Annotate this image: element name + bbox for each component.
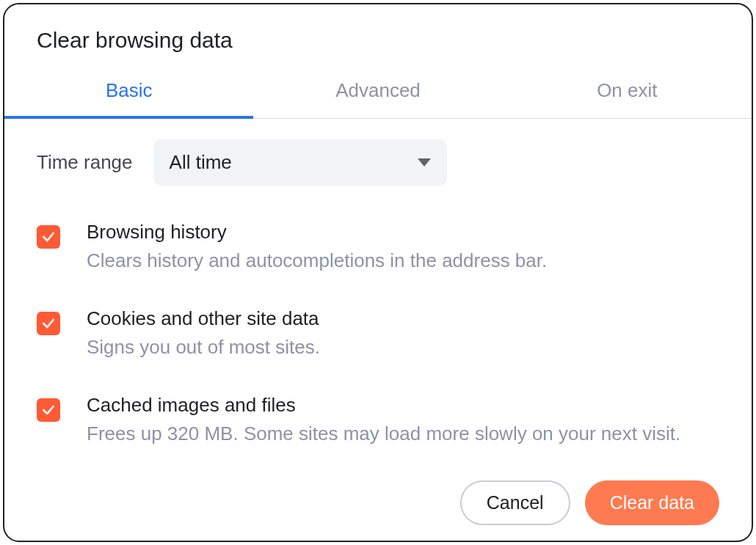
option-cache-text: Cached images and files Frees up 320 MB.… [87,394,680,447]
time-range-label: Time range [37,151,133,174]
dialog-header: Clear browsing data [4,4,752,62]
tab-on-exit[interactable]: On exit [503,79,752,118]
tab-basic-label: Basic [106,79,153,101]
check-icon [41,403,56,417]
option-browsing-history-text: Browsing history Clears history and auto… [87,221,547,274]
option-title: Cookies and other site data [87,307,320,330]
checkbox-cache[interactable] [37,398,60,422]
check-icon [41,230,56,244]
option-cookies-text: Cookies and other site data Signs you ou… [87,307,320,360]
tab-on-exit-label: On exit [597,79,657,101]
dialog-title: Clear browsing data [37,28,719,53]
option-title: Cached images and files [87,394,680,417]
clear-data-button[interactable]: Clear data [585,480,719,525]
option-title: Browsing history [87,221,547,244]
checkbox-cookies[interactable] [37,312,60,335]
check-icon [41,316,56,331]
tabs: Basic Advanced On exit [4,79,752,119]
dialog-footer: Cancel Clear data [4,480,752,542]
chevron-down-icon [418,158,431,167]
time-range-row: Time range All time [37,139,719,186]
option-desc: Clears history and autocompletions in th… [87,248,547,274]
dialog-content: Time range All time Browsing history Cle… [4,119,752,480]
clear-browsing-data-dialog: Clear browsing data Basic Advanced On ex… [3,3,753,542]
option-browsing-history: Browsing history Clears history and auto… [37,221,719,274]
option-desc: Frees up 320 MB. Some sites may load mor… [87,421,680,447]
cancel-button[interactable]: Cancel [460,480,570,525]
time-range-select[interactable]: All time [153,139,447,186]
option-cache: Cached images and files Frees up 320 MB.… [37,394,719,447]
tab-advanced-label: Advanced [335,79,421,101]
option-cookies: Cookies and other site data Signs you ou… [37,307,719,360]
checkbox-browsing-history[interactable] [37,225,60,249]
tab-basic[interactable]: Basic [4,79,253,118]
tab-advanced[interactable]: Advanced [253,79,502,118]
time-range-selected: All time [170,151,232,174]
option-desc: Signs you out of most sites. [87,334,320,360]
